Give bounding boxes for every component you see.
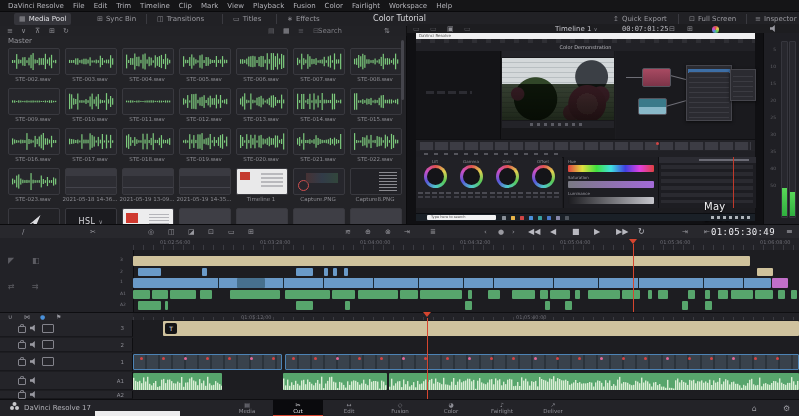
search-label[interactable]: Search: [318, 26, 342, 36]
overview-ruler[interactable]: 01:02:56:0001:03:28:0001:04:00:0001:04:3…: [0, 238, 799, 250]
cut-tool-icon-3[interactable]: ⊡: [208, 225, 214, 239]
lock-icon[interactable]: [18, 359, 26, 366]
overview-clip[interactable]: [512, 290, 535, 299]
overview-clip[interactable]: [588, 290, 620, 299]
media-pool-scrollbar[interactable]: [401, 40, 404, 100]
next-clip-button[interactable]: ▶▶: [616, 225, 628, 239]
media-clip-STE-014.wav[interactable]: [293, 88, 345, 115]
titles-button[interactable]: ▭ Titles: [228, 13, 266, 25]
clip-marker-icon[interactable]: [162, 357, 165, 360]
clip-marker-icon[interactable]: [512, 357, 515, 360]
menu-view[interactable]: View: [227, 2, 244, 10]
clip-marker-icon[interactable]: [776, 357, 779, 360]
clip-insert-icon-1[interactable]: ≣: [430, 225, 436, 239]
overview-clip[interactable]: [540, 290, 548, 299]
title-clip[interactable]: T: [163, 321, 799, 336]
edit-option-icon-2[interactable]: ⊗: [385, 225, 391, 239]
play-button[interactable]: ▶: [594, 225, 600, 239]
view-mode-icon-3[interactable]: ⊟: [313, 26, 319, 36]
media-pool-button[interactable]: ▦ Media Pool: [14, 13, 71, 25]
menu-timeline[interactable]: Timeline: [140, 2, 170, 10]
stop-button[interactable]: ■: [572, 225, 580, 239]
clip-marker-icon[interactable]: [490, 357, 493, 360]
lock-icon[interactable]: [18, 392, 26, 399]
overview-clip[interactable]: [622, 290, 640, 299]
step-back-button[interactable]: ◀: [550, 225, 556, 239]
overview-clips-area[interactable]: [133, 250, 799, 312]
menu-davinci-resolve[interactable]: DaVinci Resolve: [8, 2, 64, 10]
audio-clip[interactable]: [389, 373, 799, 390]
cut-tool-icon-2[interactable]: ◪: [188, 225, 195, 239]
audio-clip[interactable]: [283, 373, 387, 390]
overview-clip[interactable]: [545, 301, 550, 310]
overview-clip[interactable]: [138, 268, 161, 276]
clip-marker-icon[interactable]: [184, 357, 187, 360]
marker-nav-icon-1[interactable]: ●: [498, 225, 504, 239]
overview-clip[interactable]: [658, 290, 668, 299]
cut-tool-icon-5[interactable]: ⊞: [248, 225, 254, 239]
video-thumbnail-icon[interactable]: [42, 340, 54, 349]
media-clip-STE-003.wav[interactable]: [65, 48, 117, 75]
media-clip-STE-010.wav[interactable]: [65, 88, 117, 115]
overview-clip[interactable]: [345, 301, 350, 310]
menu-edit[interactable]: Edit: [94, 2, 108, 10]
overview-clip[interactable]: [230, 290, 280, 299]
project-manager-button[interactable]: ⌂: [752, 400, 757, 416]
media-clip-HSL[interactable]: HSL ∨: [65, 208, 117, 224]
media-clip-STE-005.wav[interactable]: [179, 48, 231, 75]
clip-marker-icon[interactable]: [402, 357, 405, 360]
overview-clip[interactable]: [731, 290, 753, 299]
detail-playhead-marker[interactable]: [423, 312, 431, 317]
taskbar-app-icon-7[interactable]: [565, 216, 569, 220]
overview-clip[interactable]: [285, 290, 330, 299]
media-clip-STE-017.wav[interactable]: [65, 128, 117, 155]
media-clip-STE-013.wav[interactable]: [236, 88, 288, 115]
clip-marker-icon[interactable]: [250, 357, 253, 360]
import-tool-icon-3[interactable]: ⊞: [49, 26, 55, 36]
overview-clip[interactable]: [202, 268, 207, 276]
media-clip-STE-019.wav[interactable]: [179, 128, 231, 155]
edit-option-icon-1[interactable]: ⊕: [365, 225, 371, 239]
overview-clip[interactable]: [757, 268, 773, 276]
clip-insert-icon-0[interactable]: ⇥: [404, 225, 410, 239]
media-clip-STE-021.wav[interactable]: [293, 128, 345, 155]
overview-clip[interactable]: [465, 301, 472, 310]
clip-marker-icon[interactable]: [556, 357, 559, 360]
media-clip-STE-011.wav[interactable]: [122, 88, 174, 115]
taskbar-app-icon-2[interactable]: [520, 216, 524, 220]
track-header-2[interactable]: 2: [0, 338, 133, 352]
track-header-A1[interactable]: A1: [0, 372, 133, 390]
overview-clip[interactable]: [133, 256, 750, 266]
effects-button[interactable]: ∗ Effects: [282, 13, 325, 25]
overview-clip[interactable]: [358, 290, 398, 299]
page-tab-color[interactable]: ◕Color: [426, 400, 476, 416]
overview-clip[interactable]: [200, 290, 212, 299]
clip-marker-icon[interactable]: [206, 357, 209, 360]
track-header-A2[interactable]: A2: [0, 391, 133, 399]
overview-clip[interactable]: [296, 268, 313, 276]
menu-trim[interactable]: Trim: [116, 2, 131, 10]
overview-clip[interactable]: [682, 301, 688, 310]
overview-clip[interactable]: [688, 290, 695, 299]
mute-icon[interactable]: [30, 325, 38, 332]
menu-workspace[interactable]: Workspace: [389, 2, 427, 10]
page-tab-media[interactable]: ▤Media: [222, 400, 272, 416]
clip-marker-icon[interactable]: [140, 357, 143, 360]
overview-clip[interactable]: [344, 268, 348, 276]
menu-clip[interactable]: Clip: [179, 2, 192, 10]
clip-marker-icon[interactable]: [622, 357, 625, 360]
import-tool-icon-1[interactable]: ∨: [21, 26, 26, 36]
overview-clip[interactable]: [575, 290, 580, 299]
menu-fusion[interactable]: Fusion: [293, 2, 315, 10]
overview-clip[interactable]: [152, 290, 168, 299]
media-clip-2021-05-18 14-36...[interactable]: [65, 168, 117, 195]
overview-clip[interactable]: [400, 290, 418, 299]
marker-nav-icon-2[interactable]: ›: [512, 225, 515, 239]
overview-clip[interactable]: [550, 290, 570, 299]
menu-mark[interactable]: Mark: [201, 2, 218, 10]
clip-marker-icon[interactable]: [666, 357, 669, 360]
media-clip-STE-002.wav[interactable]: [8, 48, 60, 75]
overview-clip[interactable]: [296, 301, 313, 310]
edit-option-icon-0[interactable]: ≋: [345, 225, 351, 239]
prev-clip-button[interactable]: ◀◀: [528, 225, 540, 239]
